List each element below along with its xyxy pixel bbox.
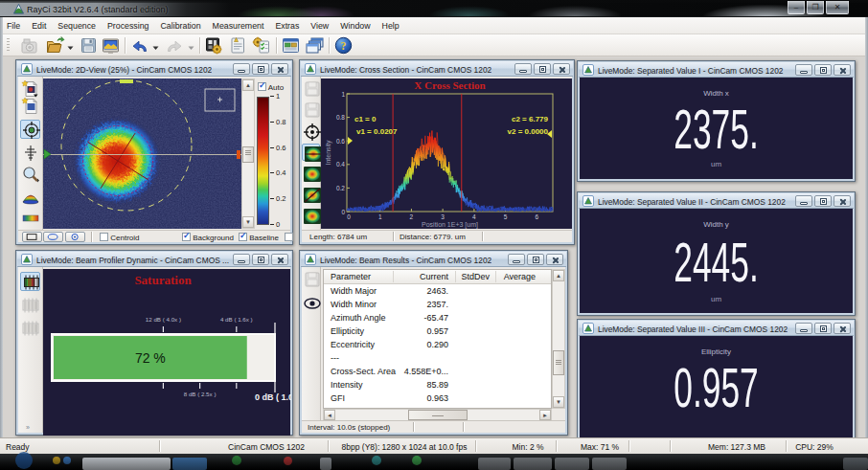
save-image-tool[interactable]: [20, 79, 40, 99]
copy-image-tool[interactable]: [20, 97, 40, 116]
menu-window[interactable]: Window: [334, 17, 376, 34]
win-profiler-maximize-button[interactable]: [252, 254, 269, 265]
scroll-down-button[interactable]: ▼: [553, 396, 564, 408]
menu-view[interactable]: View: [305, 17, 334, 34]
toolbar-redo-button[interactable]: [164, 35, 184, 56]
save-data-tool[interactable]: [302, 101, 320, 118]
taskbar-icon-dot-2[interactable]: [63, 457, 71, 464]
menu-calibration[interactable]: Calibration: [155, 17, 207, 34]
win-sep3-maximize-button[interactable]: [814, 323, 832, 334]
move-beam-tool[interactable]: [20, 120, 40, 139]
dynamic-range-tool[interactable]: [20, 272, 40, 291]
profile-tool[interactable]: [20, 144, 40, 163]
baseline-checkbox[interactable]: [239, 233, 247, 241]
table-row[interactable]: Eccentricity0.290: [324, 339, 551, 352]
toolbar-measurement-button[interactable]: [204, 35, 224, 56]
results-table-header[interactable]: ParameterCurrentStdDevAverage: [324, 270, 551, 284]
win-profiler-titlebar[interactable]: LiveMode: Beam Profiler Dynamic - CinCam…: [17, 252, 291, 267]
taskbar-start-orb[interactable]: [15, 452, 33, 469]
win-2dview-minimize-button[interactable]: [233, 63, 250, 75]
menu-sequence[interactable]: Sequence: [52, 17, 102, 34]
cross-section-plot[interactable]: X Cross Section00.20.40.60.810123456Inte…: [321, 78, 572, 229]
taskbar-task-button-gray-2[interactable]: [514, 458, 552, 470]
taskbar-task-button-gray-4[interactable]: [592, 458, 627, 470]
table-row[interactable]: Cross-Sect. Area4.558E+0...: [324, 366, 551, 379]
win-results-titlebar[interactable]: LiveMode: Beam Results - CinCam CMOS 120…: [301, 252, 566, 267]
zoom-tool[interactable]: [20, 165, 40, 184]
taskbar-task-button-gray-1[interactable]: [478, 458, 511, 470]
visibility-tool[interactable]: [302, 294, 320, 311]
results-table[interactable]: ParameterCurrentStdDevAverageWidth Major…: [323, 269, 552, 409]
win-cross-maximize-button[interactable]: [534, 63, 551, 75]
maximize-button[interactable]: ❐: [807, 1, 824, 14]
taskbar-icon-dot-1[interactable]: [53, 457, 60, 464]
column-header-3[interactable]: Average: [504, 272, 536, 281]
win-sep1-titlebar[interactable]: LiveMode: Separated Value I - CinCam CMO…: [579, 62, 854, 78]
centroid-checkbox[interactable]: [100, 233, 108, 241]
win-sep3-close-button[interactable]: [834, 323, 851, 334]
menu-extras[interactable]: Extras: [269, 17, 305, 34]
scroll-up-button[interactable]: ▲: [553, 270, 564, 281]
menu-processing[interactable]: Processing: [102, 17, 155, 34]
extra-checkbox[interactable]: [285, 233, 293, 241]
toolbar-redo-dropdown[interactable]: [188, 43, 194, 49]
toolbar-camera-button[interactable]: [19, 35, 39, 56]
win-sep3-minimize-button[interactable]: [795, 323, 812, 334]
menu-measurement[interactable]: Measurement: [207, 17, 270, 34]
win-results-minimize-button[interactable]: [508, 254, 525, 265]
taskbar-tray-icon-green2[interactable]: [412, 456, 422, 465]
scroll-up-button[interactable]: ▲: [242, 79, 254, 91]
major-section-tool[interactable]: [302, 186, 320, 203]
view2d-vscrollbar[interactable]: ▲▼: [241, 78, 255, 229]
win-sep2-close-button[interactable]: [834, 195, 851, 207]
auto-checkbox[interactable]: [258, 82, 266, 91]
win-sep2-titlebar[interactable]: LiveMode: Separated Value II - CinCam CM…: [579, 193, 854, 209]
win-cross-close-button[interactable]: [553, 63, 570, 75]
win-cross-titlebar[interactable]: LiveMode: Cross Section - CinCam CMOS 12…: [301, 61, 573, 77]
scroll-down-button[interactable]: ▼: [242, 216, 254, 228]
view3d-tool[interactable]: [20, 188, 40, 207]
save-curve-tool[interactable]: [302, 79, 320, 97]
win-sep3-titlebar[interactable]: LiveMode: Separated Value III - CinCam C…: [579, 321, 854, 336]
win-sep1-minimize-button[interactable]: [795, 64, 812, 76]
toolbar-help-button[interactable]: ?: [333, 35, 354, 56]
scroll-thumb[interactable]: [242, 146, 254, 163]
win-profiler-close-button[interactable]: [271, 254, 288, 265]
close-button[interactable]: ✕: [826, 1, 849, 14]
circle-roi-button[interactable]: [65, 232, 85, 242]
win-sep2-maximize-button[interactable]: [814, 195, 832, 207]
beam-2d-canvas[interactable]: [43, 78, 241, 229]
scroll-left-button[interactable]: ◄: [324, 410, 335, 420]
rect-roi-button[interactable]: [22, 232, 42, 242]
minor-section-tool[interactable]: [302, 207, 320, 224]
table-row[interactable]: Width Minor2357.: [324, 299, 551, 312]
menu-edit[interactable]: Edit: [26, 17, 52, 34]
win-2dview-close-button[interactable]: [271, 63, 288, 75]
table-row[interactable]: Intensity85.89: [324, 379, 551, 392]
toolbar-image-view-button[interactable]: [101, 35, 121, 56]
cursor-tool[interactable]: [302, 123, 320, 140]
taskbar-task-button-blue[interactable]: [172, 458, 207, 470]
scroll-thumb[interactable]: [408, 410, 468, 420]
win-2dview-maximize-button[interactable]: [252, 63, 269, 75]
column-header-1[interactable]: Current: [420, 272, 448, 281]
win-results-close-button[interactable]: [546, 254, 563, 265]
taskbar-tray-icon-red[interactable]: [284, 457, 292, 465]
column-header-0[interactable]: Parameter: [331, 272, 371, 281]
win-results-maximize-button[interactable]: [527, 254, 544, 265]
table-row[interactable]: Ellipticity0.957: [324, 325, 551, 339]
taskbar-tray-clock-area[interactable]: [843, 458, 868, 470]
taskbar-task-button-light[interactable]: [82, 458, 171, 470]
toolbar-save-button[interactable]: [79, 35, 99, 56]
ellipse-roi-button[interactable]: [43, 232, 63, 242]
table-row[interactable]: Azimuth Angle-65.47: [324, 312, 551, 325]
taskbar-tray-icon-teal[interactable]: [372, 456, 381, 465]
toolbar-undo-button[interactable]: [130, 35, 150, 56]
toolbar-checklist-button[interactable]: [251, 35, 271, 56]
save-results-tool[interactable]: [302, 270, 320, 287]
toolbar-undo-dropdown[interactable]: [152, 43, 159, 49]
toolbar-cascade-button[interactable]: [305, 35, 325, 56]
toolbar-open-button[interactable]: [45, 35, 65, 56]
background-checkbox[interactable]: [182, 233, 191, 241]
scroll-thumb[interactable]: [553, 350, 564, 375]
